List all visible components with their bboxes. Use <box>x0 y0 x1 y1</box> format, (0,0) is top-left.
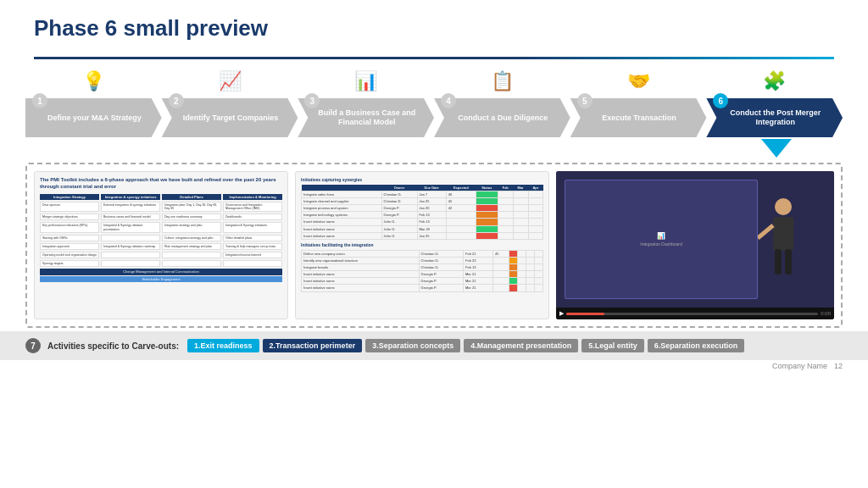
step-arrow-3: 3Build a Business Case and Financial Mod… <box>298 98 434 137</box>
initiative-date: Mar 20 <box>417 225 446 232</box>
initiative-mar <box>526 250 535 257</box>
step-badge-1: 1 <box>32 93 47 108</box>
footer-page: 12 <box>834 362 843 370</box>
initiative-mar <box>513 232 528 239</box>
initiative-owner: Georgia P. <box>381 212 417 219</box>
initiative-name: Insert initiative name <box>302 278 420 285</box>
initiative-feb <box>518 257 526 263</box>
initiative-name: Integrate brands <box>302 263 420 270</box>
svg-rect-1 <box>773 217 793 251</box>
status-badge <box>476 219 498 225</box>
col-header-1: Integration Strategy <box>40 194 99 200</box>
initiative-date: Feb 15 <box>417 212 446 219</box>
video-progress-bar[interactable] <box>566 313 818 315</box>
grid-item <box>101 260 160 267</box>
initiative-owner: Georgia P. <box>419 278 463 285</box>
document-panel: The PMI Toolkit includes a 6-phase appro… <box>34 171 288 319</box>
carveout-tag-5[interactable]: 5.Legal entity <box>581 339 644 352</box>
video-screen: 📊Integration Dashboard <box>556 171 834 308</box>
initiative-name: Insert initiative name <box>302 219 381 225</box>
initiative-apr <box>528 205 543 212</box>
col-header-status: Status <box>476 185 498 191</box>
col-header-owner: Owner <box>381 185 417 191</box>
table-row: Insert initiative name John G. Feb 15 <box>302 219 543 225</box>
initiative-feb <box>518 263 526 270</box>
svg-point-0 <box>775 198 792 215</box>
initiative-apr <box>535 250 543 257</box>
step-arrow-4: 4Conduct a Due Diligence <box>434 98 570 137</box>
initiative-mar <box>513 212 528 219</box>
status-badge <box>476 205 498 212</box>
initiative-name: Insert initiative name <box>302 225 381 232</box>
activities-label: Activities specific to Carve-outs: <box>47 341 179 351</box>
status-badge <box>509 257 517 263</box>
initiative-owner: Christian G. <box>419 250 463 257</box>
initiative-mar <box>526 263 535 270</box>
initiative-mar <box>513 225 528 232</box>
grid-item: Integrated & Synergy initiative roadmap <box>101 243 160 250</box>
carveout-tag-6[interactable]: 6.Separation execution <box>648 339 745 352</box>
status-badge <box>509 271 517 278</box>
initiative-owner: John G. <box>381 219 417 225</box>
initiative-name: Identify new organisational structure <box>302 257 420 263</box>
grid-item <box>101 235 160 241</box>
initiative-value <box>493 263 509 270</box>
grid-item: Training & help managers set up team <box>223 243 282 250</box>
initiative-owner: Christian D. <box>381 197 417 204</box>
status-badge <box>476 197 498 204</box>
table-row: Identify new organisational structure Ch… <box>302 257 543 263</box>
grid-item: Day one readiness summary <box>162 214 221 220</box>
play-button[interactable]: ▶ <box>559 310 564 317</box>
screen-text: 📊Integration Dashboard <box>640 232 682 247</box>
initiative-value <box>493 257 509 263</box>
initiative-date: Mar 21 <box>464 278 493 285</box>
header: Phase 6 small preview <box>0 0 868 50</box>
initiative-apr <box>535 257 543 263</box>
main-content: The PMI Toolkit includes a 6-phase appro… <box>25 163 843 328</box>
table-row: Integrate channel and supplier Christian… <box>302 197 543 204</box>
grid-item: Integration lessons learned <box>223 252 282 258</box>
table-row: Insert initiative name Georgia P. Mar 21 <box>302 285 543 291</box>
video-panel[interactable]: 📊Integration Dashboard <box>556 171 834 319</box>
initiative-feb <box>518 250 526 257</box>
initiatives-table: Owner Due Date Expected Status Feb Mar A… <box>301 185 543 241</box>
step7-badge: 7 <box>25 338 41 353</box>
initiative-date: Jan 25 <box>417 197 446 204</box>
initiative-date: Feb 13 <box>464 263 493 270</box>
carveout-tag-2[interactable]: 2.Transaction perimeter <box>263 339 363 352</box>
initiative-value <box>446 232 476 239</box>
initiative-value <box>446 219 476 225</box>
grid-item <box>101 252 160 258</box>
status-badge <box>509 263 517 270</box>
down-arrow-container <box>0 139 868 158</box>
initiative-apr <box>535 271 543 278</box>
svg-rect-3 <box>775 249 782 274</box>
table-row: Insert initiative name John G. Mar 20 <box>302 225 543 232</box>
svg-line-2 <box>758 225 773 238</box>
step-icon-4: 📋 <box>491 68 514 95</box>
table-row: Insert initiative name Georgia P. Mar 21 <box>302 271 543 278</box>
grid-item: Integration approach <box>40 243 99 250</box>
initiative-date: Jan 25 <box>417 232 446 239</box>
carveout-tags: 1.Exit readiness2.Transaction perimeter3… <box>187 339 744 352</box>
video-controls[interactable]: ▶ 0:00 <box>556 308 834 319</box>
grid-item <box>223 260 282 267</box>
facilitating-table: Define new company vision Christian G. F… <box>301 250 543 292</box>
video-progress-fill <box>566 313 604 315</box>
grid-item: Operating model and organisation design <box>40 252 99 258</box>
step-4: 📋4Conduct a Due Diligence <box>434 68 570 137</box>
initiative-date: Feb 23 <box>464 257 493 263</box>
grid-item: Merger strategic objectives <box>40 214 99 220</box>
initiative-feb <box>498 232 513 239</box>
initiative-value: 45 <box>446 197 476 204</box>
carveout-tag-4[interactable]: 4.Management presentation <box>464 339 578 352</box>
initiative-apr <box>528 232 543 239</box>
carveout-tag-3[interactable]: 3.Separation concepts <box>365 339 460 352</box>
step-arrow-5: 5Execute Transaction <box>570 98 707 137</box>
step-icon-3: 📊 <box>354 68 377 95</box>
panel1-footer1: Change Management and Internal Communica… <box>40 269 282 274</box>
presentation-screen: 📊Integration Dashboard <box>565 180 758 299</box>
carveout-tag-1[interactable]: 1.Exit readiness <box>187 339 259 352</box>
initiative-value: 45 <box>493 250 509 257</box>
table-row: Define new company vision Christian G. F… <box>302 250 543 257</box>
